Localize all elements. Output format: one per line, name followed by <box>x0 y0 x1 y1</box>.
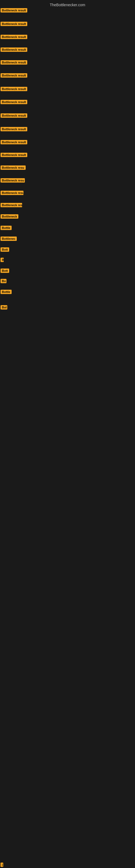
bottleneck-badge: Bottleneck result <box>1 127 27 131</box>
bottleneck-badge-container: Bottleneck result <box>1 153 27 158</box>
bottleneck-badge-container: Bottlenec <box>1 237 17 242</box>
bottleneck-badge: Bottleneck result <box>1 100 27 104</box>
bottleneck-badge: Bottleneck result <box>1 140 27 144</box>
bottleneck-badge-container: Bottleneck resu <box>1 191 24 196</box>
bottleneck-badge: Bottlenec <box>1 237 17 241</box>
bottleneck-badge: Bottle <box>1 290 12 294</box>
bottleneck-badge: Bottleneck result <box>1 35 27 39</box>
bottleneck-badge: Bottleneck result <box>1 73 27 78</box>
bottleneck-badge: Bottleneck result <box>1 87 27 91</box>
bottleneck-badge: Bol <box>1 305 7 310</box>
bottleneck-badge-container: Bottleneck resu <box>1 178 25 184</box>
bottleneck-badge: Bottleneck result <box>1 113 27 118</box>
bottleneck-badge: Bottleneck resu <box>1 165 26 170</box>
bottleneck-badge-container: Bottleneck <box>1 214 18 220</box>
bottleneck-badge-container: Bottle <box>1 226 12 231</box>
bottleneck-badge-container: | <box>1 863 3 868</box>
bottleneck-badge-container: Bottleneck result <box>1 73 27 79</box>
bottleneck-badge: Bott <box>1 269 9 273</box>
bottleneck-badge-container: Bottleneck result <box>1 35 27 40</box>
bottleneck-badge: Bottle <box>1 226 12 230</box>
bottleneck-badge-container: Bottleneck res <box>1 203 22 208</box>
bottleneck-badge: Bottleneck result <box>1 153 27 157</box>
bottleneck-badge: Bott <box>1 247 9 252</box>
bottleneck-badge: Bottleneck result <box>1 48 27 52</box>
bottleneck-badge-container: Bottleneck result <box>1 127 27 132</box>
bottleneck-badge-container: Bottleneck result <box>1 48 27 53</box>
bottleneck-badge: B <box>1 258 4 262</box>
bottleneck-badge-container: B <box>1 258 4 263</box>
bottleneck-badge: Bottleneck res <box>1 203 22 207</box>
bottleneck-badge-container: Bottle <box>1 290 12 295</box>
bottleneck-badge-container: Bo <box>1 279 6 284</box>
bottleneck-badge-container: Bottleneck result <box>1 60 27 66</box>
bottleneck-badge: Bottleneck result <box>1 8 27 12</box>
bottleneck-badge: Bottleneck result <box>1 60 27 65</box>
bottleneck-badge: Bo <box>1 279 6 283</box>
bottleneck-badge-container: Bottleneck result <box>1 100 27 105</box>
bottleneck-badge: Bottleneck <box>1 214 18 219</box>
bottleneck-badge-container: Bott <box>1 269 9 274</box>
bottleneck-badge-container: Bol <box>1 305 7 311</box>
bottleneck-badge-container: Bott <box>1 247 9 253</box>
bottleneck-badge: | <box>1 863 3 867</box>
bottleneck-badge-container: Bottleneck result <box>1 140 27 145</box>
bottleneck-badge-container: Bottleneck result <box>1 87 27 92</box>
bottleneck-badge: Bottleneck result <box>1 22 27 26</box>
bottleneck-badge-container: Bottleneck resu <box>1 165 26 171</box>
bottleneck-badge-container: Bottleneck result <box>1 22 27 27</box>
bottleneck-badge: Bottleneck resu <box>1 191 24 195</box>
site-title: TheBottlenecker.com <box>0 1 135 8</box>
bottleneck-badge: Bottleneck resu <box>1 178 25 183</box>
bottleneck-badge-container: Bottleneck result <box>1 113 27 119</box>
bottleneck-badge-container: Bottleneck result <box>1 8 27 13</box>
